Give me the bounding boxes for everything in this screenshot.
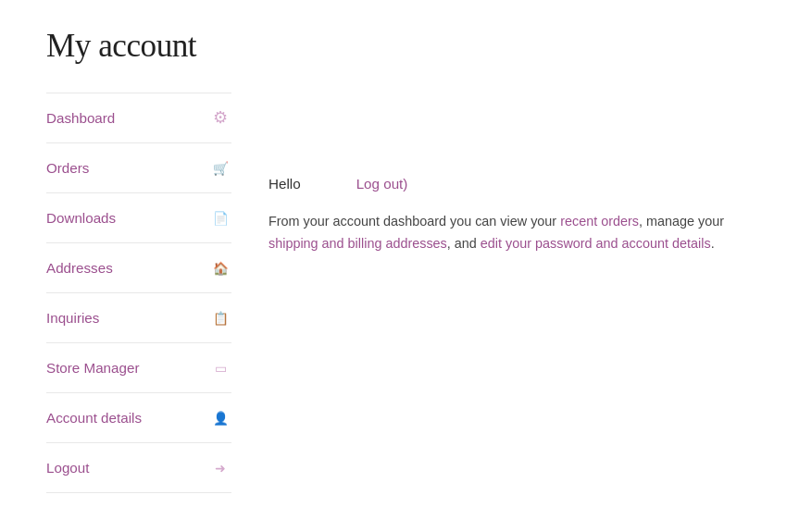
shipping-billing-link[interactable]: shipping and billing addresses (268, 236, 447, 251)
sidebar-label-store-manager: Store Manager (46, 360, 139, 376)
sidebar-item-downloads[interactable]: Downloads (46, 192, 231, 242)
downloads-icon (209, 208, 231, 228)
sidebar-label-dashboard: Dashboard (46, 110, 115, 126)
sidebar-label-inquiries: Inquiries (46, 310, 99, 326)
dashboard-icon (209, 108, 231, 128)
logout-link[interactable]: Log out) (356, 176, 408, 192)
main-layout: Dashboard Orders Downloads Addresses Inq… (46, 93, 753, 493)
inquiries-icon (209, 308, 231, 328)
account-icon (209, 408, 231, 427)
orders-icon (209, 158, 231, 178)
store-icon (209, 358, 231, 377)
desc-end: . (711, 236, 715, 251)
dashboard-description: From your account dashboard you can view… (268, 210, 753, 255)
hello-row: Hello Log out) (268, 176, 753, 192)
sidebar-label-downloads: Downloads (46, 210, 116, 226)
hello-text: Hello (268, 176, 301, 192)
desc-after: , and (447, 236, 481, 251)
logout-icon (209, 458, 231, 477)
sidebar-label-addresses: Addresses (46, 260, 113, 276)
sidebar: Dashboard Orders Downloads Addresses Inq… (46, 93, 231, 493)
main-content: Hello Log out) From your account dashboa… (268, 93, 753, 493)
sidebar-item-orders[interactable]: Orders (46, 142, 231, 192)
recent-orders-link[interactable]: recent orders (560, 214, 639, 229)
sidebar-label-logout: Logout (46, 460, 89, 476)
addresses-icon (209, 258, 231, 278)
sidebar-item-account-details[interactable]: Account details (46, 392, 231, 442)
desc-middle: , manage your (639, 214, 724, 229)
page-title: My account (46, 28, 753, 65)
sidebar-item-store-manager[interactable]: Store Manager (46, 342, 231, 392)
sidebar-label-orders: Orders (46, 160, 89, 176)
sidebar-item-inquiries[interactable]: Inquiries (46, 292, 231, 342)
sidebar-item-logout[interactable]: Logout (46, 442, 231, 493)
edit-password-link[interactable]: edit your password and account details (481, 236, 711, 251)
sidebar-item-dashboard[interactable]: Dashboard (46, 93, 231, 142)
desc-before: From your account dashboard you can view… (268, 214, 560, 229)
sidebar-item-addresses[interactable]: Addresses (46, 242, 231, 292)
sidebar-label-account-details: Account details (46, 410, 142, 426)
